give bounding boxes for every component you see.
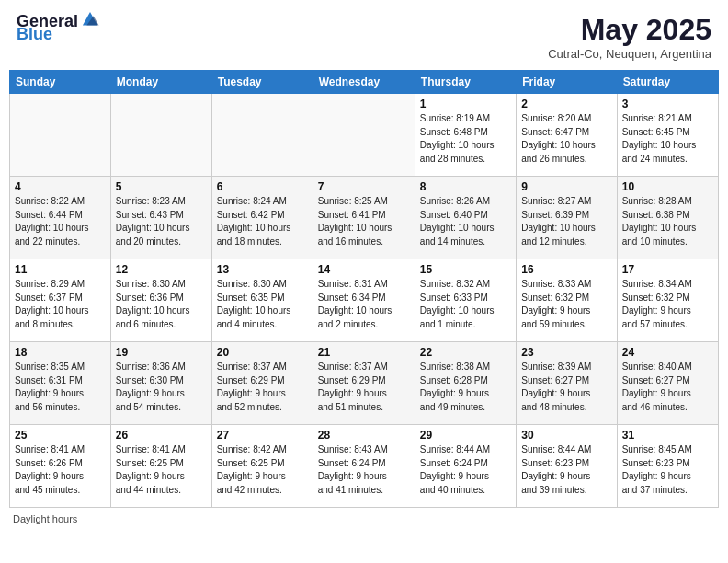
day-info: Sunrise: 8:35 AM Sunset: 6:31 PM Dayligh… (15, 361, 106, 414)
column-header-friday: Friday (517, 71, 617, 94)
logo-icon (80, 9, 100, 29)
day-number: 20 (217, 346, 308, 359)
day-number: 1 (420, 98, 511, 110)
calendar-cell: 31Sunrise: 8:45 AM Sunset: 6:23 PM Dayli… (617, 425, 718, 508)
day-number: 25 (15, 429, 106, 442)
page-header: General Blue May 2025 Cutral-Co, Neuquen… (9, 9, 719, 64)
calendar-cell: 9Sunrise: 8:27 AM Sunset: 6:39 PM Daylig… (517, 177, 617, 259)
day-number: 6 (217, 180, 308, 193)
location: Cutral-Co, Neuquen, Argentina (548, 47, 711, 61)
day-info: Sunrise: 8:43 AM Sunset: 6:24 PM Dayligh… (318, 443, 410, 497)
day-number: 4 (15, 180, 106, 193)
calendar-cell: 8Sunrise: 8:26 AM Sunset: 6:40 PM Daylig… (415, 177, 516, 259)
footer-note: Daylight hours (9, 513, 719, 524)
column-header-thursday: Thursday (415, 71, 516, 94)
calendar-cell: 23Sunrise: 8:39 AM Sunset: 6:27 PM Dayli… (517, 342, 617, 425)
logo-blue: Blue (17, 26, 52, 42)
day-number: 21 (318, 346, 410, 359)
calendar-week-1: 1Sunrise: 8:19 AM Sunset: 6:48 PM Daylig… (10, 94, 719, 177)
day-info: Sunrise: 8:36 AM Sunset: 6:30 PM Dayligh… (116, 361, 207, 414)
day-info: Sunrise: 8:30 AM Sunset: 6:35 PM Dayligh… (217, 278, 308, 331)
calendar-cell: 11Sunrise: 8:29 AM Sunset: 6:37 PM Dayli… (10, 259, 111, 342)
calendar-cell: 24Sunrise: 8:40 AM Sunset: 6:27 PM Dayli… (617, 342, 718, 425)
day-number: 18 (15, 346, 106, 359)
day-info: Sunrise: 8:37 AM Sunset: 6:29 PM Dayligh… (318, 361, 410, 414)
day-info: Sunrise: 8:42 AM Sunset: 6:25 PM Dayligh… (217, 443, 308, 497)
day-info: Sunrise: 8:41 AM Sunset: 6:25 PM Dayligh… (116, 443, 207, 497)
calendar-cell: 26Sunrise: 8:41 AM Sunset: 6:25 PM Dayli… (110, 425, 211, 508)
calendar-cell: 28Sunrise: 8:43 AM Sunset: 6:24 PM Dayli… (313, 425, 415, 508)
calendar-cell: 18Sunrise: 8:35 AM Sunset: 6:31 PM Dayli… (10, 342, 111, 425)
calendar-cell: 16Sunrise: 8:33 AM Sunset: 6:32 PM Dayli… (517, 259, 617, 342)
day-number: 14 (318, 263, 410, 276)
day-number: 7 (318, 180, 410, 193)
calendar-cell: 4Sunrise: 8:22 AM Sunset: 6:44 PM Daylig… (10, 177, 111, 259)
day-number: 16 (521, 263, 611, 276)
day-info: Sunrise: 8:45 AM Sunset: 6:23 PM Dayligh… (622, 443, 713, 497)
column-header-monday: Monday (110, 71, 211, 94)
month-year: May 2025 (548, 13, 711, 47)
calendar-cell: 13Sunrise: 8:30 AM Sunset: 6:35 PM Dayli… (211, 259, 313, 342)
calendar-cell: 30Sunrise: 8:44 AM Sunset: 6:23 PM Dayli… (517, 425, 617, 508)
day-number: 2 (521, 98, 611, 110)
day-number: 11 (15, 263, 106, 276)
day-info: Sunrise: 8:20 AM Sunset: 6:47 PM Dayligh… (521, 112, 611, 166)
day-info: Sunrise: 8:21 AM Sunset: 6:45 PM Dayligh… (622, 112, 713, 166)
day-number: 13 (217, 263, 308, 276)
calendar-week-5: 25Sunrise: 8:41 AM Sunset: 6:26 PM Dayli… (10, 425, 719, 508)
calendar-cell: 14Sunrise: 8:31 AM Sunset: 6:34 PM Dayli… (313, 259, 415, 342)
calendar-cell: 29Sunrise: 8:44 AM Sunset: 6:24 PM Dayli… (415, 425, 516, 508)
day-info: Sunrise: 8:30 AM Sunset: 6:36 PM Dayligh… (116, 278, 207, 331)
day-number: 30 (521, 429, 611, 442)
day-info: Sunrise: 8:19 AM Sunset: 6:48 PM Dayligh… (420, 112, 511, 166)
calendar-cell (110, 94, 211, 177)
calendar-cell: 5Sunrise: 8:23 AM Sunset: 6:43 PM Daylig… (110, 177, 211, 259)
calendar-cell: 17Sunrise: 8:34 AM Sunset: 6:32 PM Dayli… (617, 259, 718, 342)
day-number: 29 (420, 429, 511, 442)
day-info: Sunrise: 8:32 AM Sunset: 6:33 PM Dayligh… (420, 278, 511, 331)
calendar-cell: 20Sunrise: 8:37 AM Sunset: 6:29 PM Dayli… (211, 342, 313, 425)
day-number: 28 (318, 429, 410, 442)
day-info: Sunrise: 8:33 AM Sunset: 6:32 PM Dayligh… (521, 278, 611, 331)
calendar-cell: 27Sunrise: 8:42 AM Sunset: 6:25 PM Dayli… (211, 425, 313, 508)
day-number: 27 (217, 429, 308, 442)
calendar-cell: 15Sunrise: 8:32 AM Sunset: 6:33 PM Dayli… (415, 259, 516, 342)
day-info: Sunrise: 8:39 AM Sunset: 6:27 PM Dayligh… (521, 361, 611, 414)
day-number: 24 (622, 346, 713, 359)
calendar-cell: 7Sunrise: 8:25 AM Sunset: 6:41 PM Daylig… (313, 177, 415, 259)
calendar-header-row: SundayMondayTuesdayWednesdayThursdayFrid… (10, 71, 719, 94)
title-block: May 2025 Cutral-Co, Neuquen, Argentina (548, 13, 711, 61)
calendar-cell: 2Sunrise: 8:20 AM Sunset: 6:47 PM Daylig… (517, 94, 617, 177)
calendar-cell: 6Sunrise: 8:24 AM Sunset: 6:42 PM Daylig… (211, 177, 313, 259)
column-header-sunday: Sunday (10, 71, 111, 94)
day-info: Sunrise: 8:29 AM Sunset: 6:37 PM Dayligh… (15, 278, 106, 331)
logo: General Blue (17, 13, 100, 42)
calendar-cell: 1Sunrise: 8:19 AM Sunset: 6:48 PM Daylig… (415, 94, 516, 177)
day-info: Sunrise: 8:22 AM Sunset: 6:44 PM Dayligh… (15, 195, 106, 248)
day-info: Sunrise: 8:41 AM Sunset: 6:26 PM Dayligh… (15, 443, 106, 497)
calendar-table: SundayMondayTuesdayWednesdayThursdayFrid… (9, 70, 719, 508)
day-info: Sunrise: 8:34 AM Sunset: 6:32 PM Dayligh… (622, 278, 713, 331)
day-number: 8 (420, 180, 511, 193)
calendar-cell: 19Sunrise: 8:36 AM Sunset: 6:30 PM Dayli… (110, 342, 211, 425)
calendar-cell: 25Sunrise: 8:41 AM Sunset: 6:26 PM Dayli… (10, 425, 111, 508)
calendar-week-4: 18Sunrise: 8:35 AM Sunset: 6:31 PM Dayli… (10, 342, 719, 425)
calendar-week-3: 11Sunrise: 8:29 AM Sunset: 6:37 PM Dayli… (10, 259, 719, 342)
day-number: 9 (521, 180, 611, 193)
calendar-cell: 12Sunrise: 8:30 AM Sunset: 6:36 PM Dayli… (110, 259, 211, 342)
day-number: 17 (622, 263, 713, 276)
column-header-wednesday: Wednesday (313, 71, 415, 94)
day-number: 19 (116, 346, 207, 359)
day-number: 3 (622, 98, 713, 110)
column-header-saturday: Saturday (617, 71, 718, 94)
calendar-cell (211, 94, 313, 177)
day-number: 5 (116, 180, 207, 193)
calendar-cell: 22Sunrise: 8:38 AM Sunset: 6:28 PM Dayli… (415, 342, 516, 425)
column-header-tuesday: Tuesday (211, 71, 313, 94)
day-info: Sunrise: 8:44 AM Sunset: 6:23 PM Dayligh… (521, 443, 611, 497)
day-number: 10 (622, 180, 713, 193)
day-info: Sunrise: 8:40 AM Sunset: 6:27 PM Dayligh… (622, 361, 713, 414)
day-number: 26 (116, 429, 207, 442)
calendar-week-2: 4Sunrise: 8:22 AM Sunset: 6:44 PM Daylig… (10, 177, 719, 259)
day-info: Sunrise: 8:31 AM Sunset: 6:34 PM Dayligh… (318, 278, 410, 331)
